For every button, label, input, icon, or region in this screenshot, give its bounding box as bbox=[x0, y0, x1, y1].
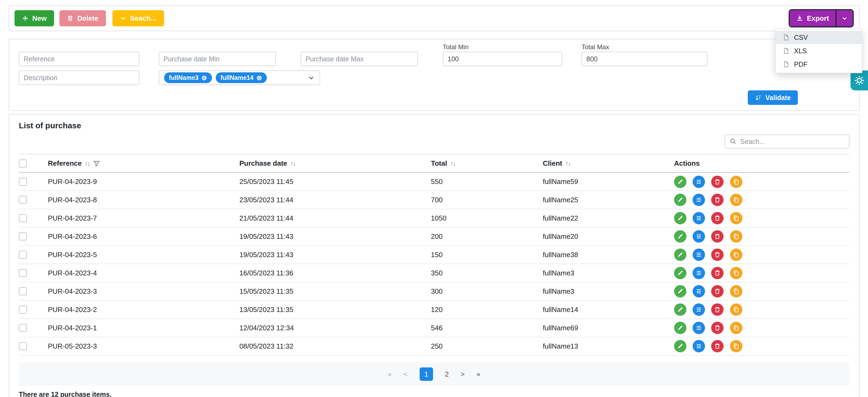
pagination-page-1[interactable]: 1 bbox=[420, 367, 433, 381]
edit-button[interactable] bbox=[674, 248, 686, 261]
edit-button[interactable] bbox=[674, 267, 686, 279]
delete-row-button[interactable] bbox=[711, 230, 723, 243]
details-button[interactable] bbox=[693, 212, 705, 224]
cell-actions bbox=[674, 173, 849, 191]
sort-icon[interactable]: ↑↓ bbox=[450, 160, 455, 167]
delete-row-button[interactable] bbox=[711, 340, 723, 353]
table-row: PUR-04-2023-1 12/04/2023 12:34 546 fullN… bbox=[19, 319, 849, 337]
duplicate-button[interactable] bbox=[730, 285, 742, 298]
row-checkbox[interactable] bbox=[19, 178, 27, 186]
delete-row-button[interactable] bbox=[711, 322, 723, 334]
pagination-next[interactable]: > bbox=[461, 370, 465, 378]
sort-icon[interactable]: ↑↓ bbox=[290, 160, 295, 167]
delete-row-button[interactable] bbox=[711, 248, 723, 261]
total-max-input[interactable] bbox=[582, 52, 707, 66]
edit-button[interactable] bbox=[674, 176, 686, 188]
sort-icon[interactable]: ↑↓ bbox=[85, 160, 90, 167]
details-button[interactable] bbox=[693, 322, 705, 334]
row-checkbox[interactable] bbox=[19, 251, 27, 259]
edit-button[interactable] bbox=[674, 212, 686, 224]
delete-button[interactable]: Delete bbox=[59, 10, 106, 26]
export-button[interactable]: Export bbox=[790, 10, 835, 26]
trash-icon bbox=[714, 270, 721, 276]
reference-filter-input[interactable] bbox=[19, 52, 140, 66]
pagination-first[interactable]: « bbox=[388, 370, 392, 378]
export-caret-button[interactable] bbox=[835, 10, 852, 26]
edit-button[interactable] bbox=[674, 322, 686, 334]
export-menu-item-label: CSV bbox=[794, 34, 808, 41]
copy-icon bbox=[733, 288, 739, 295]
column-label: Client bbox=[543, 159, 562, 167]
duplicate-button[interactable] bbox=[730, 267, 742, 279]
delete-row-button[interactable] bbox=[711, 212, 723, 224]
details-button[interactable] bbox=[693, 248, 705, 261]
description-filter-input[interactable] bbox=[19, 70, 140, 85]
delete-row-button[interactable] bbox=[711, 303, 723, 316]
table-row: PUR-04-2023-6 19/05/2023 11:43 200 fullN… bbox=[19, 227, 849, 246]
pencil-icon bbox=[677, 233, 683, 240]
purchase-date-min-input[interactable] bbox=[159, 52, 276, 66]
search-toggle-button[interactable]: Seach... bbox=[113, 10, 164, 26]
client-multiselect[interactable]: fullName3 ⊗ fullName14 ⊗ bbox=[159, 70, 320, 85]
remove-tag-icon[interactable]: ⊗ bbox=[256, 74, 262, 81]
pagination-last[interactable]: » bbox=[476, 370, 480, 378]
delete-row-button[interactable] bbox=[711, 194, 723, 206]
export-menu-item-csv[interactable]: CSV bbox=[776, 31, 862, 44]
pagination-page-2[interactable]: 2 bbox=[445, 370, 449, 378]
export-menu-item-pdf[interactable]: PDF bbox=[776, 58, 862, 71]
duplicate-button[interactable] bbox=[730, 230, 742, 243]
edit-button[interactable] bbox=[674, 340, 686, 353]
edit-button[interactable] bbox=[674, 194, 686, 206]
copy-icon bbox=[733, 215, 739, 221]
duplicate-button[interactable] bbox=[730, 194, 742, 206]
details-button[interactable] bbox=[693, 285, 705, 298]
row-checkbox[interactable] bbox=[19, 269, 27, 277]
settings-button[interactable] bbox=[850, 70, 868, 90]
sort-icon[interactable]: ↑↓ bbox=[565, 160, 570, 167]
duplicate-button[interactable] bbox=[730, 176, 742, 188]
duplicate-button[interactable] bbox=[730, 212, 742, 224]
copy-icon bbox=[733, 233, 739, 240]
details-button[interactable] bbox=[693, 176, 705, 188]
delete-row-button[interactable] bbox=[711, 285, 723, 298]
details-button[interactable] bbox=[693, 267, 705, 279]
delete-row-button[interactable] bbox=[711, 267, 723, 279]
cell-reference: PUR-04-2023-7 bbox=[48, 209, 239, 227]
duplicate-button[interactable] bbox=[730, 248, 742, 261]
cell-purchase-date: 12/04/2023 12:34 bbox=[239, 319, 431, 337]
purchase-date-max-input[interactable] bbox=[301, 52, 418, 66]
details-button[interactable] bbox=[693, 230, 705, 243]
edit-button[interactable] bbox=[674, 285, 686, 298]
duplicate-button[interactable] bbox=[730, 340, 742, 353]
cell-purchase-date: 16/05/2023 11:36 bbox=[239, 264, 431, 282]
duplicate-button[interactable] bbox=[730, 303, 742, 316]
copy-icon bbox=[733, 251, 739, 258]
pagination-previous[interactable]: < bbox=[404, 370, 408, 378]
edit-button[interactable] bbox=[674, 230, 686, 243]
row-checkbox[interactable] bbox=[19, 306, 27, 314]
duplicate-button[interactable] bbox=[730, 322, 742, 334]
row-checkbox[interactable] bbox=[19, 342, 27, 350]
new-button[interactable]: New bbox=[14, 10, 54, 26]
details-button[interactable] bbox=[693, 340, 705, 353]
row-checkbox[interactable] bbox=[19, 233, 27, 241]
select-all-checkbox[interactable] bbox=[19, 159, 27, 167]
client-tag-chip: fullName14 ⊗ bbox=[216, 72, 267, 83]
export-menu-item-xls[interactable]: XLS bbox=[776, 44, 862, 58]
row-checkbox[interactable] bbox=[19, 214, 27, 222]
chevron-down-icon[interactable] bbox=[308, 74, 315, 81]
row-checkbox[interactable] bbox=[19, 196, 27, 204]
table-search-input[interactable] bbox=[725, 134, 849, 149]
delete-row-button[interactable] bbox=[711, 176, 723, 188]
total-min-input[interactable] bbox=[443, 52, 562, 66]
list-icon bbox=[695, 233, 702, 240]
remove-tag-icon[interactable]: ⊗ bbox=[201, 74, 207, 81]
edit-button[interactable] bbox=[674, 303, 686, 316]
row-checkbox[interactable] bbox=[19, 287, 27, 295]
table-row: PUR-04-2023-2 13/05/2023 11:35 120 fullN… bbox=[19, 300, 849, 319]
row-checkbox[interactable] bbox=[19, 324, 27, 332]
validate-button[interactable]: Validate bbox=[748, 90, 798, 105]
details-button[interactable] bbox=[693, 303, 705, 316]
details-button[interactable] bbox=[693, 194, 705, 206]
filter-funnel-icon[interactable] bbox=[93, 160, 100, 167]
